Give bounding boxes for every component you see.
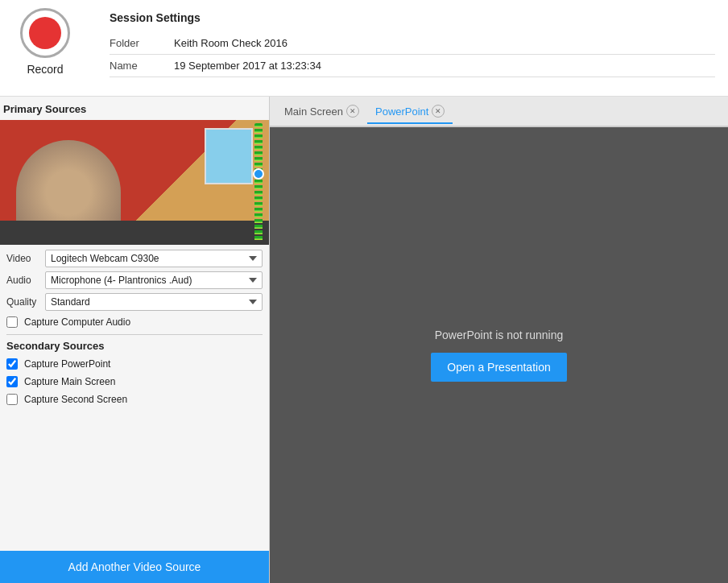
- capture-second-screen-checkbox[interactable]: [6, 394, 18, 405]
- volume-track: [254, 123, 263, 242]
- capture-powerpoint-checkbox[interactable]: [6, 358, 18, 370]
- left-panel: Primary Sources Video Logitech Webcam C9…: [0, 97, 270, 583]
- secondary-sources-label: Secondary Sources: [6, 340, 263, 352]
- tab-main-screen[interactable]: Main Screen ✕: [276, 100, 367, 124]
- video-preview: [0, 120, 269, 245]
- video-select-row: Video Logitech Webcam C930e: [6, 250, 263, 267]
- powerpoint-status: PowerPoint is not running: [435, 329, 564, 341]
- record-circle: [20, 8, 70, 58]
- capture-main-screen-label: Capture Main Screen: [24, 376, 115, 387]
- quality-select-row: Quality Standard: [6, 293, 263, 311]
- volume-handle[interactable]: [253, 168, 264, 180]
- tab-main-screen-label: Main Screen: [284, 105, 343, 118]
- capture-computer-audio-checkbox[interactable]: [6, 316, 18, 328]
- volume-slider-container[interactable]: [251, 123, 266, 242]
- tab-main-screen-close[interactable]: ✕: [346, 105, 359, 118]
- capture-main-screen-checkbox[interactable]: [6, 376, 18, 387]
- tab-powerpoint-label: PowerPoint: [375, 105, 428, 118]
- capture-computer-audio-label: Capture Computer Audio: [24, 316, 130, 328]
- tab-powerpoint-close[interactable]: ✕: [432, 105, 445, 118]
- header: Record Session Settings Folder Keith Roo…: [0, 0, 728, 97]
- webcam-desk: [0, 221, 269, 245]
- primary-sources-label: Primary Sources: [0, 97, 269, 120]
- video-select[interactable]: Logitech Webcam C930e: [45, 250, 263, 267]
- name-row: Name 19 September 2017 at 13:23:34: [110, 55, 715, 77]
- audio-select[interactable]: Microphone (4- Plantronics .Aud): [45, 271, 263, 289]
- capture-powerpoint-row: Capture PowerPoint: [6, 357, 263, 371]
- record-dot: [29, 17, 61, 49]
- name-value: 19 September 2017 at 13:23:34: [166, 60, 715, 72]
- folder-label: Folder: [110, 37, 166, 49]
- controls-area: Video Logitech Webcam C930e Audio Microp…: [0, 245, 269, 415]
- add-video-source-button[interactable]: Add Another Video Source: [0, 551, 269, 583]
- name-label: Name: [110, 60, 166, 72]
- tab-content-powerpoint: PowerPoint is not running Open a Present…: [270, 127, 728, 583]
- right-panel: Main Screen ✕ PowerPoint ✕ PowerPoint is…: [270, 97, 728, 583]
- session-settings-title: Session Settings: [110, 11, 715, 24]
- audio-select-row: Audio Microphone (4- Plantronics .Aud): [6, 271, 263, 289]
- quality-label: Quality: [6, 296, 45, 308]
- capture-computer-audio-row: Capture Computer Audio: [6, 315, 263, 329]
- tab-powerpoint[interactable]: PowerPoint ✕: [367, 100, 453, 124]
- record-label: Record: [27, 63, 63, 76]
- folder-value: Keith Room Check 2016: [166, 37, 715, 49]
- capture-powerpoint-label: Capture PowerPoint: [24, 358, 110, 370]
- tabs-bar: Main Screen ✕ PowerPoint ✕: [270, 97, 728, 127]
- capture-second-screen-row: Capture Second Screen: [6, 392, 263, 407]
- video-label: Video: [6, 253, 45, 264]
- divider: [6, 334, 263, 335]
- folder-row: Folder Keith Room Check 2016: [110, 32, 715, 55]
- capture-second-screen-label: Capture Second Screen: [24, 394, 127, 405]
- capture-main-screen-row: Capture Main Screen: [6, 374, 263, 389]
- open-presentation-button[interactable]: Open a Presentation: [431, 353, 566, 382]
- webcam-window: [205, 128, 253, 184]
- session-settings: Session Settings Folder Keith Room Check…: [110, 8, 715, 77]
- audio-label: Audio: [6, 275, 45, 286]
- webcam-background: [0, 120, 269, 245]
- main-layout: Primary Sources Video Logitech Webcam C9…: [0, 97, 728, 583]
- record-button[interactable]: Record: [13, 8, 77, 76]
- quality-select[interactable]: Standard: [45, 293, 263, 311]
